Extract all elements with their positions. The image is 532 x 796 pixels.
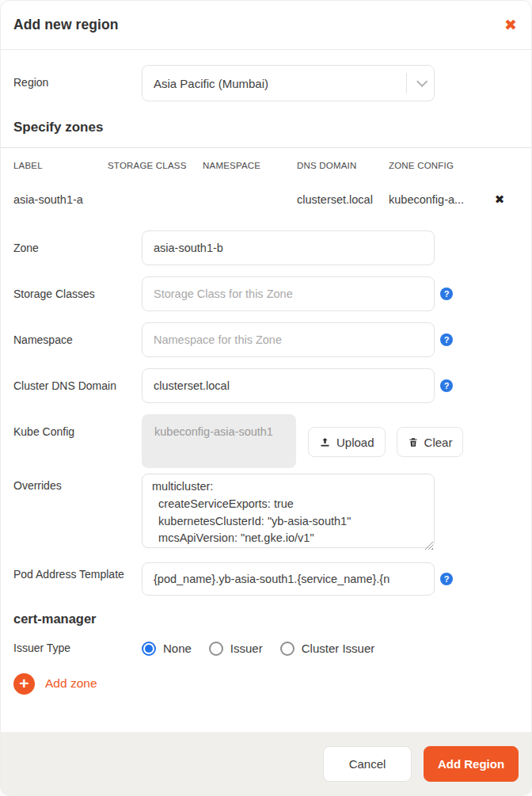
radio-icon (280, 642, 294, 656)
overrides-field-row: Overrides multicluster: createServiceExp… (1, 474, 531, 551)
clear-button[interactable]: Clear (397, 427, 464, 457)
col-namespace: NAMESPACE (203, 161, 297, 170)
clear-button-label: Clear (424, 436, 453, 449)
namespace-field-row: Namespace ? (1, 322, 531, 357)
upload-icon (319, 436, 331, 448)
dns-domain-input[interactable] (142, 368, 435, 403)
radio-issuer-label: Issuer (230, 642, 263, 655)
radio-cluster-issuer[interactable]: Cluster Issuer (280, 642, 375, 656)
pod-address-template-field-row: Pod Address Template ? (1, 562, 531, 596)
kube-config-label: Kube Config (13, 414, 142, 440)
select-divider (406, 73, 407, 93)
help-icon[interactable]: ? (440, 379, 453, 392)
storage-classes-label: Storage Classes (13, 276, 142, 303)
col-zone-config: ZONE CONFIG (389, 161, 485, 170)
overrides-label: Overrides (13, 474, 142, 494)
region-field-row: Region Asia Pacific (Mumbai) (1, 65, 531, 101)
col-storage-class: STORAGE CLASS (108, 161, 203, 170)
issuer-type-field-row: Issuer Type None Issuer Cluster Issuer (1, 641, 531, 657)
storage-classes-input[interactable] (142, 276, 435, 311)
help-icon[interactable]: ? (440, 288, 453, 300)
overrides-textarea[interactable]: multicluster: createServiceExports: true… (142, 474, 435, 548)
radio-none-label: None (163, 642, 192, 655)
modal-header: Add new region ✖ (1, 1, 531, 50)
trash-icon (408, 436, 419, 448)
col-dns-domain: DNS DOMAIN (297, 161, 389, 170)
zone-field-row: Zone (1, 230, 531, 265)
help-icon[interactable]: ? (440, 573, 453, 585)
add-zone-button[interactable]: + Add zone (1, 673, 531, 695)
dns-domain-field-row: Cluster DNS Domain ? (1, 368, 531, 403)
plus-icon: + (13, 673, 35, 695)
upload-button[interactable]: Upload (308, 427, 386, 457)
storage-classes-field-row: Storage Classes ? (1, 276, 531, 311)
radio-icon (142, 642, 156, 656)
region-select[interactable]: Asia Pacific (Mumbai) (142, 65, 435, 101)
kube-config-filename: kubeconfig-asia-south1 (142, 414, 296, 468)
add-region-modal: Add new region ✖ Region Asia Pacific (Mu… (0, 0, 532, 796)
issuer-type-radio-group: None Issuer Cluster Issuer (142, 642, 374, 656)
radio-cluster-issuer-label: Cluster Issuer (302, 642, 375, 655)
col-label: LABEL (13, 161, 108, 170)
cancel-button[interactable]: Cancel (323, 746, 412, 782)
zone-label: Zone (13, 230, 142, 257)
close-icon[interactable]: ✖ (504, 17, 517, 32)
radio-icon (209, 642, 223, 656)
radio-none[interactable]: None (142, 642, 192, 656)
pod-address-template-input[interactable] (142, 562, 435, 596)
modal-body: Region Asia Pacific (Mumbai) Specify zon… (1, 50, 531, 795)
modal-title: Add new region (13, 17, 119, 33)
region-label: Region (13, 65, 142, 91)
region-select-value: Asia Pacific (Mumbai) (154, 77, 406, 90)
cell-dns-domain: clusterset.local (297, 193, 389, 206)
add-region-button[interactable]: Add Region (424, 746, 519, 782)
zone-input[interactable] (142, 230, 435, 265)
dns-domain-label: Cluster DNS Domain (13, 368, 142, 394)
upload-button-label: Upload (336, 436, 374, 449)
help-icon[interactable]: ? (440, 333, 453, 346)
zones-table: LABEL STORAGE CLASS NAMESPACE DNS DOMAIN… (1, 147, 531, 218)
specify-zones-heading: Specify zones (1, 120, 531, 135)
radio-issuer[interactable]: Issuer (209, 642, 263, 656)
issuer-type-label: Issuer Type (13, 641, 142, 657)
namespace-label: Namespace (13, 322, 142, 348)
table-row: asia-south1-a clusterset.local kubeconfi… (1, 175, 531, 218)
cell-label: asia-south1-a (13, 193, 108, 206)
chevron-down-icon (416, 76, 428, 87)
pod-address-template-label: Pod Address Template (13, 562, 142, 583)
kube-config-field-row: Kube Config kubeconfig-asia-south1 Uploa… (1, 414, 531, 468)
cell-zone-config: kubeconfig-a... (389, 193, 485, 206)
modal-footer: Cancel Add Region (1, 732, 531, 795)
add-zone-label: Add zone (45, 676, 97, 691)
cert-manager-heading: cert-manager (1, 611, 531, 627)
zones-table-header: LABEL STORAGE CLASS NAMESPACE DNS DOMAIN… (1, 148, 531, 175)
namespace-input[interactable] (142, 322, 435, 357)
remove-zone-icon[interactable]: ✖ (495, 192, 505, 206)
